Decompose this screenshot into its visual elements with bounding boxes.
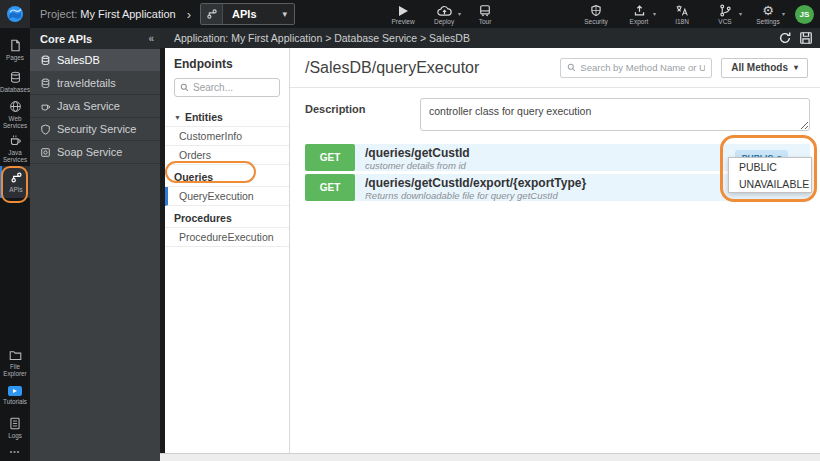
main-header: /SalesDB/queryExecutor All Methods ▾ xyxy=(290,48,820,88)
rail-item-file-explorer[interactable]: File Explorer xyxy=(0,347,30,380)
sidebar-header: Core APIs « xyxy=(30,28,160,49)
project-title: Project: My First Application xyxy=(40,8,176,20)
endpoint-item-procedureexecution[interactable]: ProcedureExecution xyxy=(165,228,289,247)
chevron-right-icon: › xyxy=(187,7,191,22)
main-panel: /SalesDB/queryExecutor All Methods ▾ Des… xyxy=(290,48,820,453)
deploy-button[interactable]: ▾ Deploy xyxy=(428,4,460,25)
rail-item-pages[interactable]: Pages xyxy=(0,34,30,66)
preview-button[interactable]: Preview xyxy=(387,4,419,25)
workspace-dropdown[interactable]: APIs ▾ xyxy=(200,3,295,25)
http-method-badge: GET xyxy=(305,174,355,201)
tour-bus-icon xyxy=(479,4,491,17)
settings-button[interactable]: ▾ ⚙ Settings xyxy=(752,4,784,25)
refresh-icon[interactable] xyxy=(778,31,792,45)
topbar-left-actions: Preview ▾ Deploy Tour xyxy=(387,4,501,25)
chevron-down-icon: ▾ xyxy=(794,63,798,72)
wavemaker-logo-icon xyxy=(6,5,24,23)
chevron-down-icon: ▾ xyxy=(739,10,742,17)
section-caret-icon: ▼ xyxy=(174,114,181,121)
coffee-cup-icon xyxy=(9,134,22,147)
security-button[interactable]: Security xyxy=(580,4,612,25)
endpoints-list: ▼ Entities CustomerInfo Orders Queries Q… xyxy=(165,108,289,247)
topbar-right-actions: Security ▾ Export I18N ▾ xyxy=(580,4,820,25)
folder-icon xyxy=(9,349,22,361)
rail-item-tutorials[interactable]: Tutorials xyxy=(0,380,30,412)
search-icon xyxy=(180,83,189,92)
description-label: Description xyxy=(305,98,420,131)
export-icon xyxy=(633,4,646,17)
menu-item-public[interactable]: PUBLIC xyxy=(729,158,811,175)
sidebar-item-java-service[interactable]: Java Service xyxy=(30,95,160,118)
logs-document-icon xyxy=(9,417,21,430)
rail-item-logs[interactable]: Logs xyxy=(0,412,30,444)
chevron-down-icon: ▾ xyxy=(653,10,656,17)
chevron-down-icon: ▾ xyxy=(458,10,461,17)
api-icon xyxy=(10,171,23,184)
top-bar: Project: My First Application › APIs ▾ P… xyxy=(0,0,820,28)
method-search-input[interactable] xyxy=(580,62,705,73)
globe-icon xyxy=(9,100,22,113)
vcs-button[interactable]: ▾ VCS xyxy=(709,4,741,25)
description-row: Description controller class for query e… xyxy=(305,98,810,131)
sidebar-item-soap-service[interactable]: Soap Service xyxy=(30,141,160,164)
description-textarea[interactable]: controller class for query execution xyxy=(420,98,810,131)
app-logo[interactable] xyxy=(0,0,30,28)
user-avatar[interactable]: JS xyxy=(795,5,814,24)
app-breadcrumb-bar: Application: My First Application > Data… xyxy=(160,28,820,48)
sidebar-title: Core APIs xyxy=(40,33,92,45)
search-icon xyxy=(567,63,576,72)
http-method-badge: GET xyxy=(305,144,355,171)
export-button[interactable]: ▾ Export xyxy=(623,4,655,25)
rail-overflow-dots[interactable]: ••• xyxy=(10,444,20,461)
database-icon xyxy=(9,71,22,84)
menu-item-unavailable[interactable]: UNAVAILABLE xyxy=(729,175,811,192)
core-apis-sidebar: Core APIs « SalesDB traveldetails Java S… xyxy=(30,28,160,461)
api-icon xyxy=(201,4,223,24)
access-dropdown-menu: PUBLIC UNAVAILABLE xyxy=(728,157,812,193)
endpoints-search-input[interactable] xyxy=(193,82,273,93)
tour-button[interactable]: Tour xyxy=(469,4,501,25)
method-filter-dropdown[interactable]: All Methods ▾ xyxy=(721,58,808,78)
endpoint-item-customerinfo[interactable]: CustomerInfo xyxy=(165,127,289,146)
api-path: /queries/getCustId xyxy=(365,147,735,160)
group-header-queries[interactable]: Queries xyxy=(165,168,289,187)
method-search[interactable] xyxy=(560,58,712,78)
horizontal-scrollbar-track[interactable] xyxy=(160,453,820,461)
endpoint-item-queryexecution[interactable]: QueryExecution xyxy=(165,187,289,206)
save-icon[interactable] xyxy=(799,31,813,45)
database-icon xyxy=(40,55,51,66)
rail-item-databases[interactable]: Databases xyxy=(0,66,30,98)
rail-item-apis[interactable]: APIs xyxy=(0,166,30,198)
breadcrumb: Application: My First Application > Data… xyxy=(160,32,470,44)
page-icon xyxy=(9,39,22,52)
tutorials-play-icon xyxy=(8,386,22,396)
endpoints-title: Endpoints xyxy=(174,57,280,71)
api-summary: customer details from id xyxy=(365,160,735,171)
chevron-down-icon: ▾ xyxy=(782,10,785,17)
collapse-sidebar-icon[interactable]: « xyxy=(148,33,154,44)
play-icon xyxy=(398,4,409,17)
i18n-button[interactable]: I18N xyxy=(666,4,698,25)
workspace-dropdown-label: APIs xyxy=(223,8,282,20)
vcs-branch-icon xyxy=(719,4,732,17)
group-header-procedures[interactable]: Procedures xyxy=(165,209,289,228)
group-header-entities[interactable]: ▼ Entities xyxy=(165,108,289,127)
sidebar-item-salesdb[interactable]: SalesDB xyxy=(30,49,160,72)
page-title: /SalesDB/queryExecutor xyxy=(305,59,479,77)
coffee-cup-icon xyxy=(40,101,51,112)
chevron-down-icon: ▾ xyxy=(283,9,295,19)
gear-icon: ⚙ xyxy=(762,4,774,17)
i18n-translate-icon xyxy=(675,4,689,17)
endpoint-item-orders[interactable]: Orders xyxy=(165,146,289,165)
endpoints-panel: Endpoints ▼ Entities CustomerInfo Orders… xyxy=(165,48,290,453)
rail-item-java-services[interactable]: Java Services xyxy=(0,132,30,166)
left-rail: Pages Databases Web Services Java Servic… xyxy=(0,28,30,461)
shield-icon xyxy=(40,124,51,135)
sidebar-item-traveldetails[interactable]: traveldetails xyxy=(30,72,160,95)
shield-icon xyxy=(590,4,602,17)
endpoints-search[interactable] xyxy=(174,78,280,97)
rail-item-web-services[interactable]: Web Services xyxy=(0,98,30,132)
database-icon xyxy=(40,78,51,89)
sidebar-item-security-service[interactable]: Security Service xyxy=(30,118,160,141)
soap-box-icon xyxy=(40,147,51,158)
